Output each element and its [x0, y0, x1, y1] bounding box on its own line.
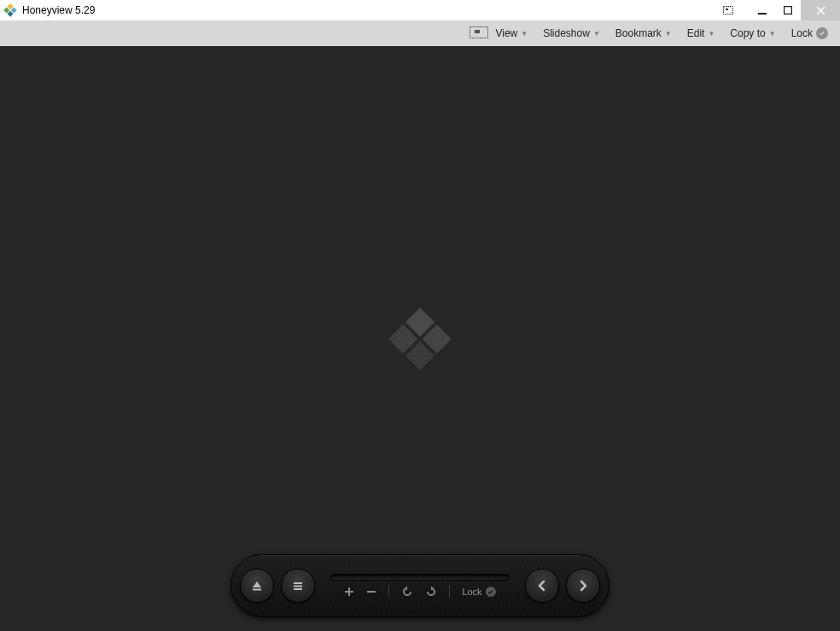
- previous-button[interactable]: [525, 569, 559, 603]
- app-title: Honeyview 5.29: [22, 4, 95, 16]
- bookmark-label: Bookmark: [615, 27, 662, 39]
- svg-marker-25: [431, 587, 434, 591]
- lock-toggle-small[interactable]: Lock: [462, 587, 495, 597]
- svg-marker-16: [253, 581, 261, 587]
- slideshow-label: Slideshow: [543, 27, 590, 39]
- svg-rect-6: [758, 13, 767, 15]
- menu-button[interactable]: [281, 569, 315, 603]
- copyto-menu[interactable]: Copy to ▼: [730, 27, 775, 39]
- slideshow-menu[interactable]: Slideshow ▼: [543, 27, 600, 39]
- placeholder-logo-icon: [377, 305, 463, 373]
- app-icon: [3, 3, 17, 17]
- zoom-out-button[interactable]: [366, 587, 376, 597]
- fit-screen-icon[interactable]: [470, 26, 488, 41]
- lock-toggle[interactable]: Lock: [791, 27, 828, 39]
- svg-rect-18: [294, 582, 302, 584]
- svg-rect-2: [3, 7, 9, 13]
- svg-marker-24: [405, 587, 408, 591]
- close-button[interactable]: [801, 0, 840, 20]
- maximize-button[interactable]: [775, 0, 801, 20]
- next-button[interactable]: [566, 569, 600, 603]
- check-circle-icon: [816, 27, 828, 39]
- separator: [388, 586, 389, 598]
- lock-label: Lock: [791, 27, 813, 39]
- svg-rect-11: [475, 30, 480, 33]
- chevron-down-icon: ▼: [665, 30, 672, 38]
- chevron-down-icon: ▼: [708, 30, 715, 38]
- titlebar: Honeyview 5.29: [0, 0, 840, 20]
- svg-rect-0: [7, 3, 13, 9]
- control-bar: Lock: [230, 554, 610, 617]
- svg-rect-20: [294, 588, 302, 590]
- view-menu[interactable]: View ▼: [495, 27, 528, 39]
- svg-rect-5: [726, 9, 728, 10]
- lock-label-small: Lock: [462, 587, 481, 597]
- edit-menu[interactable]: Edit ▼: [687, 27, 715, 39]
- svg-rect-7: [785, 7, 792, 15]
- window-controls: [715, 0, 840, 20]
- svg-rect-17: [253, 589, 261, 591]
- rotate-left-button[interactable]: [401, 586, 413, 598]
- copyto-label: Copy to: [730, 27, 765, 39]
- eject-button[interactable]: [240, 569, 274, 603]
- zoom-in-button[interactable]: [344, 587, 354, 597]
- rotate-right-button[interactable]: [425, 586, 437, 598]
- toolbar: View ▼ Slideshow ▼ Bookmark ▼ Edit ▼ Cop…: [0, 20, 840, 46]
- view-label: View: [495, 27, 517, 39]
- chevron-down-icon: ▼: [769, 30, 776, 38]
- svg-rect-19: [294, 586, 302, 587]
- zoom-slider[interactable]: [330, 574, 510, 581]
- chevron-down-icon: ▼: [593, 30, 600, 38]
- tools-row: Lock: [344, 586, 495, 598]
- center-controls: Lock: [322, 574, 518, 598]
- check-circle-icon: [486, 587, 496, 597]
- bookmark-menu[interactable]: Bookmark ▼: [615, 27, 672, 39]
- fullscreen-button[interactable]: [715, 0, 741, 20]
- separator: [449, 586, 450, 598]
- chevron-down-icon: ▼: [521, 30, 528, 38]
- edit-label: Edit: [687, 27, 705, 39]
- minimize-button[interactable]: [750, 0, 775, 20]
- svg-rect-3: [7, 11, 13, 17]
- image-viewer[interactable]: Lock: [0, 46, 840, 631]
- svg-rect-1: [11, 7, 17, 13]
